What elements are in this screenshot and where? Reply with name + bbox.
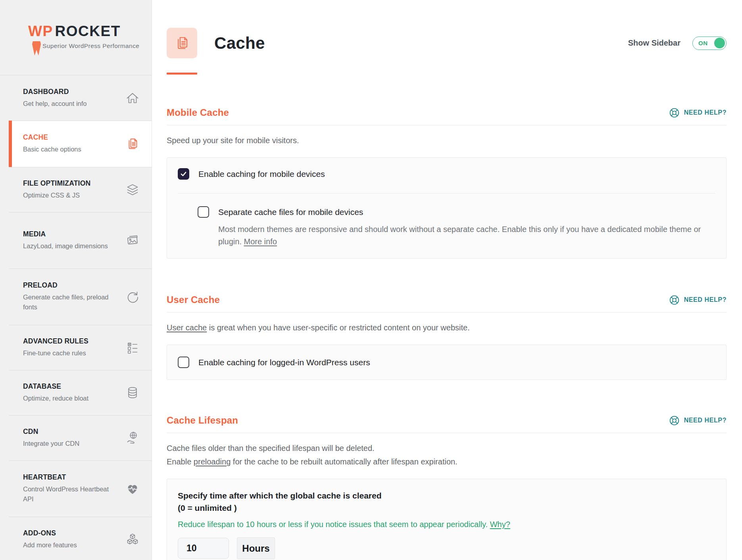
- media-photos-icon: [125, 232, 140, 248]
- cache-lifespan-fieldset: Specify time after which the global cach…: [167, 479, 727, 560]
- section-description: Cache files older than the specified lif…: [167, 441, 727, 468]
- sidebar-item-title: PRELOAD: [23, 281, 112, 290]
- sidebar-item-title: FILE OPTIMIZATION: [23, 179, 112, 188]
- sidebar-item-title: ADVANCED RULES: [23, 337, 112, 345]
- sidebar-item-subtitle: Integrate your CDN: [23, 439, 112, 449]
- sidebar-item-advanced-rules[interactable]: ADVANCED RULES Fine-tune cache rules: [0, 325, 152, 370]
- user-cache-section: User Cache NEED HELP? User cache is grea…: [167, 294, 727, 380]
- need-help-label: NEED HELP?: [684, 296, 727, 303]
- sidebar-item-subtitle: Basic cache options: [23, 144, 112, 154]
- sidebar-item-subtitle: Optimize CSS & JS: [23, 190, 112, 200]
- lifespan-unit-select[interactable]: Hours: [237, 537, 275, 559]
- sidebar-item-add-ons[interactable]: ADD-ONS Add more features: [0, 517, 152, 560]
- separate-cache-files-label[interactable]: Separate cache files for mobile devices: [218, 207, 363, 217]
- lifespan-value-input[interactable]: [178, 538, 229, 559]
- lifebuoy-icon: [669, 295, 680, 305]
- enable-user-caching-checkbox[interactable]: [178, 357, 189, 368]
- toggle-on-label: ON: [698, 40, 708, 46]
- lifebuoy-icon: [669, 107, 680, 118]
- active-tab-underline: [167, 73, 197, 75]
- sidebar-item-subtitle: Optimize, reduce bloat: [23, 393, 112, 403]
- cache-pages-icon: [125, 136, 140, 152]
- sidebar-item-subtitle: Generate cache files, preload fonts: [23, 292, 112, 312]
- logo-rocket: ROCKET: [55, 23, 121, 39]
- section-title: User Cache: [167, 294, 220, 305]
- cache-lifespan-section: Cache Lifespan NEED HELP? Cache files ol…: [167, 415, 727, 560]
- lifespan-field-label: Specify time after which the global cach…: [178, 489, 715, 514]
- logo-wp: WP: [28, 23, 53, 39]
- enable-mobile-caching-label[interactable]: Enable caching for mobile devices: [198, 169, 325, 179]
- database-icon: [125, 385, 140, 401]
- mobile-cache-section: Mobile Cache NEED HELP? Speed up your si…: [167, 107, 727, 259]
- rules-checklist-icon: [125, 339, 140, 355]
- sidebar-item-title: DASHBOARD: [23, 88, 112, 96]
- page-header: Cache Show Sidebar ON: [167, 28, 727, 58]
- toggle-knob[interactable]: [714, 38, 725, 48]
- sidebar-item-subtitle: Get help, account info: [23, 99, 112, 109]
- lifespan-note: Reduce lifespan to 10 hours or less if y…: [178, 520, 715, 529]
- lifespan-desc-line1: Cache files older than the specified lif…: [167, 444, 375, 453]
- sidebar-item-subtitle: Fine-tune cache rules: [23, 348, 112, 358]
- section-title: Cache Lifespan: [167, 415, 238, 426]
- need-help-label: NEED HELP?: [684, 417, 727, 424]
- sidebar-item-cdn[interactable]: CDN Integrate your CDN: [0, 415, 152, 460]
- sidebar-item-media[interactable]: MEDIA LazyLoad, image dimensions: [0, 212, 152, 268]
- need-help-button[interactable]: NEED HELP?: [669, 415, 727, 426]
- sidebar-item-subtitle: Add more features: [23, 540, 112, 550]
- preload-refresh-icon: [125, 289, 140, 305]
- cache-pages-icon: [173, 34, 191, 52]
- sidebar-item-title: CACHE: [23, 133, 112, 142]
- mobile-cache-fieldset: Enable caching for mobile devices Separa…: [167, 157, 727, 259]
- page-title: Cache: [214, 34, 265, 53]
- more-info-link[interactable]: More info: [244, 237, 277, 246]
- sidebar-nav: DASHBOARD Get help, account info CACHE B…: [0, 75, 152, 560]
- sidebar-item-subtitle: LazyLoad, image dimensions: [23, 241, 112, 251]
- main-content: Cache Show Sidebar ON Mobile Cache NEED …: [152, 0, 742, 560]
- show-sidebar-toggle[interactable]: ON: [692, 36, 727, 50]
- sidebar-item-title: DATABASE: [23, 382, 112, 391]
- section-description: User cache is great when you have user-s…: [167, 321, 727, 334]
- sidebar: WPROCKET Superior WordPress Performance …: [0, 0, 152, 560]
- logo-text: WPROCKET: [28, 23, 152, 40]
- fieldset-divider: [178, 193, 715, 194]
- heartbeat-icon: [125, 481, 140, 497]
- need-help-label: NEED HELP?: [684, 109, 727, 116]
- sidebar-item-subtitle: Control WordPress Heartbeat API: [23, 484, 112, 504]
- sidebar-item-file-optimization[interactable]: FILE OPTIMIZATION Optimize CSS & JS: [0, 167, 152, 212]
- enable-user-caching-label[interactable]: Enable caching for logged-in WordPress u…: [198, 358, 370, 367]
- enable-mobile-caching-checkbox[interactable]: [178, 168, 189, 180]
- sidebar-item-preload[interactable]: PRELOAD Generate cache files, preload fo…: [0, 268, 152, 325]
- why-link[interactable]: Why?: [490, 520, 510, 529]
- user-cache-fieldset: Enable caching for logged-in WordPress u…: [167, 345, 727, 380]
- logo-tagline: Superior WordPress Performance: [42, 42, 152, 50]
- rocket-flame-icon: [32, 41, 41, 56]
- home-icon: [125, 90, 140, 106]
- sidebar-item-title: HEARTBEAT: [23, 473, 112, 481]
- need-help-button[interactable]: NEED HELP?: [669, 107, 727, 118]
- sidebar-item-database[interactable]: DATABASE Optimize, reduce bloat: [0, 370, 152, 415]
- layers-icon: [125, 182, 140, 198]
- cdn-globe-icon: [125, 430, 140, 446]
- preloading-link[interactable]: preloading: [194, 457, 231, 466]
- section-description: Speed up your site for mobile visitors.: [167, 134, 727, 147]
- section-title: Mobile Cache: [167, 107, 229, 118]
- lifebuoy-icon: [669, 415, 680, 426]
- cache-page-icon-tile: [167, 28, 197, 58]
- separate-cache-help-text: Most modern themes are responsive and sh…: [218, 223, 715, 248]
- sidebar-item-title: ADD-ONS: [23, 529, 112, 537]
- checkmark-icon: [179, 169, 188, 178]
- sidebar-item-title: MEDIA: [23, 230, 112, 238]
- separate-cache-files-checkbox[interactable]: [198, 206, 209, 218]
- sidebar-item-cache[interactable]: CACHE Basic cache options: [9, 121, 152, 167]
- sidebar-item-dashboard[interactable]: DASHBOARD Get help, account info: [0, 75, 152, 121]
- sidebar-item-heartbeat[interactable]: HEARTBEAT Control WordPress Heartbeat AP…: [0, 460, 152, 517]
- sidebar-item-title: CDN: [23, 428, 112, 436]
- show-sidebar-label: Show Sidebar: [628, 38, 680, 48]
- addons-cubes-icon: [125, 531, 140, 547]
- wp-rocket-logo: WPROCKET Superior WordPress Performance: [0, 0, 152, 75]
- user-cache-link[interactable]: User cache: [167, 323, 207, 332]
- need-help-button[interactable]: NEED HELP?: [669, 295, 727, 305]
